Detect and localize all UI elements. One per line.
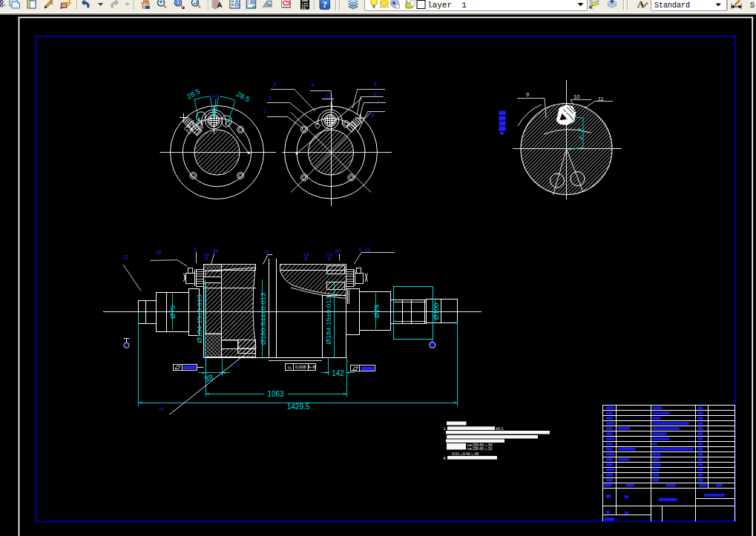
svg-text:10: 10 — [573, 93, 579, 100]
svg-text:142: 142 — [332, 369, 344, 377]
svg-text:0-0: 0-0 — [211, 93, 219, 99]
svg-text:0.4: 0.4 — [303, 252, 309, 257]
svg-text:13: 13 — [156, 250, 162, 255]
svg-text:4: 4 — [311, 82, 314, 87]
svg-text:Ø184.15±0.013: Ø184.15±0.013 — [324, 296, 332, 344]
svg-text:A: A — [637, 0, 645, 10]
svg-text:1429.5: 1429.5 — [287, 403, 310, 411]
svg-text:Ø180.544±0.013: Ø180.544±0.013 — [259, 293, 267, 345]
svg-text:1: 1 — [263, 108, 266, 113]
svg-text:6: 6 — [374, 92, 377, 97]
svg-text:0-0: 0-0 — [326, 93, 333, 99]
svg-text:15: 15 — [159, 407, 164, 411]
svg-text:0: 0 — [194, 248, 197, 253]
svg-text:1063: 1063 — [267, 390, 284, 398]
svg-text:5: 5 — [374, 82, 377, 87]
svg-text:Ø75: Ø75 — [372, 305, 381, 318]
svg-text:7: 7 — [377, 99, 380, 105]
svg-text:9: 9 — [526, 91, 529, 98]
svg-text:1: 1 — [444, 426, 446, 431]
svg-text:⍉: ⍉ — [288, 365, 291, 370]
svg-text:0.4: 0.4 — [204, 252, 209, 257]
svg-text:14: 14 — [365, 248, 371, 253]
svg-text:0.008: 0.008 — [295, 365, 306, 369]
svg-text:A–B: A–B — [308, 365, 316, 369]
svg-text:0.4: 0.4 — [327, 252, 332, 257]
svg-text:2: 2 — [269, 96, 272, 101]
svg-text:3: 3 — [273, 82, 276, 87]
svg-text:60: 60 — [335, 248, 341, 254]
svg-text:⊙a.250-60 ◇.51: ⊙a.250-60 ◇.51 — [467, 447, 493, 451]
svg-text:4: 4 — [444, 456, 446, 460]
svg-text:±0.1: ±0.1 — [496, 426, 504, 431]
svg-text:4: 4 — [358, 247, 361, 252]
svg-text:Ø184.15±0.013: Ø184.15±0.013 — [195, 294, 203, 343]
svg-text:Ø75: Ø75 — [168, 305, 177, 319]
svg-text:A4: A4 — [264, 249, 270, 254]
svg-text:45: 45 — [213, 248, 219, 254]
svg-text:12: 12 — [123, 254, 129, 259]
svg-text:8: 8 — [372, 113, 375, 118]
svg-text:-0.01 ◇0-40 ◇.00: -0.01 ◇0-40 ◇.00 — [451, 452, 479, 456]
svg-text:?: ? — [323, 0, 327, 10]
